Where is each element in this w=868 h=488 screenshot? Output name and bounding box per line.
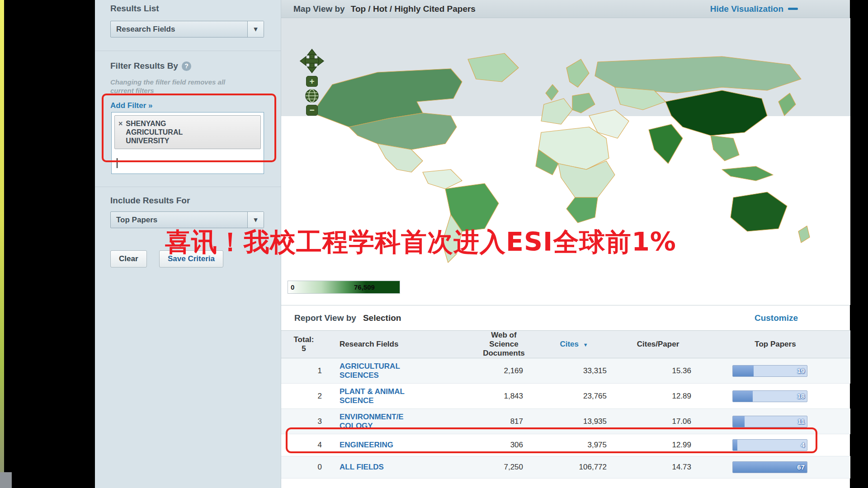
map-view-title-value: Top / Hot / Highly Cited Papers: [351, 4, 476, 14]
map-region-western-europe[interactable]: [541, 99, 572, 124]
map-view-header: Map View by Top / Hot / Highly Cited Pap…: [281, 0, 850, 18]
zoom-in-button[interactable]: +: [306, 76, 318, 87]
minus-icon: [788, 8, 798, 10]
map-region-japan[interactable]: [778, 93, 796, 116]
chip-line1: SHENYANG: [126, 119, 183, 128]
research-field-link[interactable]: AGRICULTURALSCIENCES: [340, 362, 400, 380]
column-header-cites-per-paper[interactable]: Cites/Paper: [616, 331, 700, 358]
map-region-central-europe[interactable]: [572, 93, 595, 113]
report-section: Report View by Selection Customize Total…: [281, 305, 850, 479]
filter-note-line2: current filters: [110, 86, 225, 95]
map-region-new-zealand[interactable]: [798, 226, 810, 243]
chip-line3: UNIVERSITY: [126, 136, 183, 145]
hide-visualization-label: Hide Visualization: [710, 4, 783, 14]
column-header-research-fields[interactable]: Research Fields: [326, 331, 476, 358]
row-rank: 4: [281, 434, 326, 456]
top-papers-bar: 19: [732, 365, 807, 377]
row-rank: 3: [281, 409, 326, 434]
help-icon[interactable]: ?: [182, 61, 191, 71]
map-legend-gradient: 0 76,509: [288, 281, 400, 294]
top-papers-value: 18: [797, 392, 805, 400]
add-filter-link[interactable]: Add Filter »: [110, 101, 153, 110]
filter-chip[interactable]: × SHENYANG AGRICULTURAL UNIVERSITY: [114, 115, 261, 149]
filter-input-box[interactable]: × SHENYANG AGRICULTURAL UNIVERSITY: [111, 112, 264, 174]
map-region-scandinavia[interactable]: [566, 59, 589, 87]
total-value: 5: [302, 344, 306, 353]
filter-note-line1: Changing the filter field removes all: [110, 78, 225, 86]
row-cites-per-paper: 12.89: [616, 384, 700, 409]
filter-note: Changing the filter field removes all cu…: [110, 78, 225, 95]
row-documents: 1,843: [476, 384, 532, 409]
report-row-rank-3: 3ENVIRONMENT/ECOLOGY81713,93517.0611: [281, 409, 850, 434]
report-view-title: Report View by Selection: [294, 313, 401, 323]
row-documents: 7,250: [476, 456, 532, 479]
top-papers-bar: 18: [732, 390, 807, 402]
clear-button[interactable]: Clear: [110, 250, 147, 267]
top-papers-bar: 4: [732, 439, 807, 451]
row-rank: 2: [281, 384, 326, 409]
row-cites: 23,765: [532, 384, 616, 409]
text-caret: [117, 158, 118, 168]
report-row-rank-2: 2PLANT & ANIMALSCIENCE1,84323,76512.8918: [281, 384, 850, 409]
top-papers-value: 67: [797, 463, 805, 471]
map-region-australia[interactable]: [731, 192, 787, 231]
globe-icon[interactable]: [305, 89, 319, 103]
row-rank: 0: [281, 456, 326, 479]
zoom-out-button[interactable]: −: [306, 105, 318, 116]
top-papers-value: 19: [797, 367, 805, 375]
map-region-united-kingdom[interactable]: [546, 84, 558, 100]
map-region-russia[interactable]: [595, 56, 801, 93]
column-header-cites[interactable]: Cites ▼: [532, 331, 616, 358]
pan-control[interactable]: [299, 48, 325, 74]
row-cites-per-paper: 17.06: [616, 409, 700, 434]
map-region-greenland[interactable]: [468, 53, 519, 82]
chevron-down-icon[interactable]: ▾: [247, 21, 264, 37]
research-field-link[interactable]: ENVIRONMENT/ECOLOGY: [340, 413, 404, 430]
include-results-selected-value: Top Papers: [111, 216, 157, 225]
filter-results-by-label: Filter Results By: [110, 61, 178, 71]
research-field-link[interactable]: ALL FIELDS: [340, 463, 384, 471]
row-cites: 3,975: [532, 434, 616, 456]
map-view-title: Map View by Top / Hot / Highly Cited Pap…: [293, 4, 476, 14]
row-cites: 33,315: [532, 358, 616, 384]
results-list-selected-value: Research Fields: [111, 25, 175, 34]
results-list-heading: Results List: [110, 4, 159, 14]
map-region-southern-africa[interactable]: [566, 197, 598, 223]
column-header-documents[interactable]: Web of Science Documents: [476, 331, 532, 358]
report-view-title-prefix: Report View by: [294, 313, 356, 323]
report-row-rank-1: 1AGRICULTURALSCIENCES2,16933,31515.3619: [281, 358, 850, 384]
row-cites-per-paper: 12.99: [616, 434, 700, 456]
sidebar-divider: [95, 51, 281, 51]
top-papers-value: 4: [801, 441, 805, 449]
announcement-overlay: 喜讯！我校工程学科首次进入ESI全球前1%: [165, 225, 676, 260]
docs-label-line2: Documents: [483, 349, 525, 358]
research-field-link[interactable]: PLANT & ANIMALSCIENCE: [340, 387, 405, 405]
column-header-top-papers[interactable]: Top Papers: [700, 331, 850, 358]
results-list-select[interactable]: Research Fields ▾: [110, 21, 264, 38]
map-region-northern-south-america[interactable]: [423, 169, 462, 189]
row-cites-per-paper: 15.36: [616, 358, 700, 384]
filter-results-by-heading: Filter Results By ?: [110, 61, 191, 71]
report-row-rank-4: 4ENGINEERING3063,97512.994: [281, 434, 850, 456]
corner-decoration: [0, 472, 12, 488]
total-label: Total:: [293, 335, 314, 344]
map-region-indonesia[interactable]: [722, 166, 773, 181]
report-row-rank-0: 0ALL FIELDS7,250106,77214.7367: [281, 456, 850, 479]
map-view-title-prefix: Map View by: [293, 4, 345, 14]
include-results-heading: Include Results For: [110, 196, 190, 206]
row-cites: 106,772: [532, 456, 616, 479]
remove-filter-icon[interactable]: ×: [118, 119, 123, 145]
map-region-china[interactable]: [665, 90, 767, 136]
sort-descending-icon: ▼: [583, 342, 588, 347]
top-papers-value: 11: [797, 418, 805, 425]
hide-visualization-link[interactable]: Hide Visualization: [710, 4, 798, 14]
research-field-link[interactable]: ENGINEERING: [340, 441, 393, 449]
map-region-india[interactable]: [649, 124, 683, 164]
row-documents: 817: [476, 409, 532, 434]
world-map-panel: + − 0 76,509: [281, 18, 850, 305]
row-rank: 1: [281, 358, 326, 384]
customize-link[interactable]: Customize: [755, 313, 798, 323]
row-documents: 2,169: [476, 358, 532, 384]
filter-chip-label: SHENYANG AGRICULTURAL UNIVERSITY: [126, 119, 183, 145]
map-region-southeast-asia[interactable]: [711, 136, 739, 161]
